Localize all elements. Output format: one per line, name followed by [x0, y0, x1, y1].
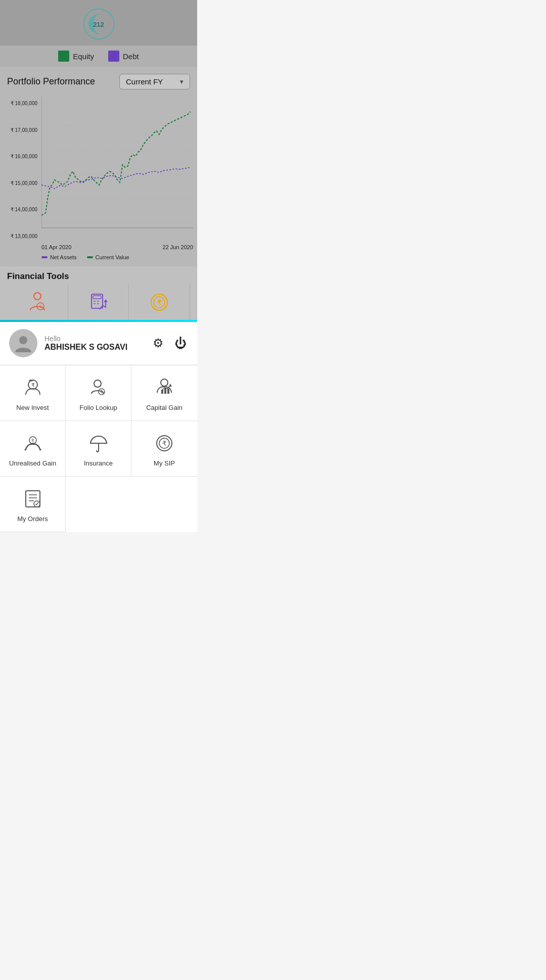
avatar — [9, 329, 37, 357]
svg-point-27 — [94, 380, 101, 387]
svg-text:₹: ₹ — [157, 299, 162, 306]
portfolio-chart: ₹ 18,00,000 ₹ 17,00,000 ₹ 16,00,000 ₹ 15… — [0, 97, 197, 266]
power-button[interactable]: ⏻ — [174, 335, 188, 351]
user-bar: Hello ABHISHEK S GOSAVI ⚙ ⏻ — [0, 322, 197, 365]
menu-item-my-sip[interactable]: ₹ My SIP — [131, 421, 197, 477]
menu-item-unrealised-gain[interactable]: ₹ Unrealised Gain — [0, 421, 66, 477]
insurance-icon — [87, 432, 110, 454]
debt-legend-color — [108, 51, 119, 62]
current-value-dot — [87, 256, 93, 258]
fy-selector[interactable]: Current FY ▾ — [119, 74, 190, 89]
svg-point-30 — [161, 379, 168, 386]
svg-marker-34 — [169, 384, 172, 387]
menu-item-new-invest-label: New Invest — [16, 404, 49, 411]
debt-legend-item: Debt — [108, 51, 139, 62]
new-invest-icon: ₹ — [22, 377, 44, 399]
svg-rect-41 — [26, 491, 40, 507]
financial-tools-preview: ₹ ₹ — [7, 285, 190, 320]
sip-icon: ₹ — [153, 432, 175, 454]
settings-button[interactable]: ⚙ — [152, 335, 165, 351]
capital-gain-icon — [153, 377, 175, 399]
folio-lookup-icon: ₹ — [87, 377, 110, 399]
user-name: ABHISHEK S GOSAVI — [44, 343, 145, 352]
portfolio-title: Portfolio Performance — [7, 76, 95, 87]
tool-preview-1: ₹ — [7, 285, 68, 320]
bottom-section: Hello ABHISHEK S GOSAVI ⚙ ⏻ ₹ New Invest — [0, 322, 197, 532]
svg-rect-33 — [167, 389, 169, 394]
net-assets-legend-label: Net Assets — [50, 254, 77, 260]
hello-label: Hello — [44, 335, 145, 343]
user-info: Hello ABHISHEK S GOSAVI — [44, 335, 145, 352]
y-label-6: ₹ 13,00,000 — [3, 234, 39, 239]
menu-item-capital-gain-label: Capital Gain — [146, 404, 183, 411]
current-value-legend-label: Current Value — [96, 254, 129, 260]
menu-item-unrealised-label: Unrealised Gain — [9, 459, 56, 467]
net-assets-legend: Net Assets — [41, 254, 77, 260]
y-label-1: ₹ 18,00,000 — [3, 101, 39, 106]
y-label-2: ₹ 17,00,000 — [3, 127, 39, 133]
equity-legend-color — [58, 51, 69, 62]
equity-legend-item: Equity — [58, 51, 94, 62]
svg-rect-14 — [93, 296, 101, 299]
unrealised-gain-icon: ₹ — [22, 432, 44, 454]
svg-point-23 — [19, 336, 27, 344]
x-label-start: 01 Apr 2020 — [41, 244, 71, 250]
svg-text:₹: ₹ — [162, 440, 166, 447]
menu-item-insurance[interactable]: Insurance — [66, 421, 131, 477]
chart-legend: Net Assets Current Value — [41, 252, 193, 264]
orders-icon — [22, 488, 44, 510]
chart-x-labels: 01 Apr 2020 22 Jun 2020 — [41, 243, 193, 252]
equity-legend-label: Equity — [73, 52, 94, 61]
menu-item-capital-gain[interactable]: Capital Gain — [131, 365, 197, 421]
y-label-3: ₹ 16,00,000 — [3, 154, 39, 159]
app-header: 212 — [0, 0, 197, 45]
menu-item-insurance-label: Insurance — [84, 459, 113, 467]
menu-item-folio-lookup[interactable]: ₹ Folio Lookup — [66, 365, 131, 421]
financial-tools-title: Financial Tools — [7, 271, 190, 282]
x-label-end: 22 Jun 2020 — [162, 244, 193, 250]
user-actions: ⚙ ⏻ — [152, 335, 188, 351]
menu-item-orders-label: My Orders — [17, 515, 48, 523]
debt-legend-label: Debt — [123, 52, 139, 61]
y-label-4: ₹ 15,00,000 — [3, 180, 39, 186]
svg-text:₹: ₹ — [31, 382, 34, 388]
financial-tools-section: Financial Tools ₹ — [0, 266, 197, 320]
portfolio-header: Portfolio Performance Current FY ▾ — [7, 74, 190, 89]
menu-item-new-invest[interactable]: ₹ New Invest — [0, 365, 66, 421]
fy-selector-label: Current FY — [126, 77, 163, 86]
svg-marker-19 — [104, 299, 108, 302]
menu-item-my-orders[interactable]: My Orders — [0, 477, 66, 532]
menu-item-folio-label: Folio Lookup — [79, 404, 117, 411]
chevron-down-icon: ▾ — [180, 78, 184, 85]
menu-grid-last-row: My Orders — [0, 477, 197, 532]
svg-text:₹: ₹ — [39, 305, 41, 309]
menu-item-sip-label: My SIP — [154, 459, 175, 467]
net-assets-dot — [41, 256, 48, 258]
tool-preview-3: ₹ — [129, 285, 190, 320]
svg-text:₹: ₹ — [100, 390, 103, 395]
tool-preview-icon-3: ₹ — [148, 291, 170, 313]
y-label-5: ₹ 14,00,000 — [3, 207, 39, 212]
tool-preview-2 — [68, 285, 129, 320]
svg-text:212: 212 — [93, 21, 104, 28]
tool-preview-icon-2 — [87, 291, 110, 313]
svg-point-10 — [34, 293, 41, 300]
tool-preview-icon-1: ₹ — [26, 291, 49, 313]
chart-legend-bar: Equity Debt — [0, 45, 197, 67]
current-value-legend: Current Value — [87, 254, 129, 260]
portfolio-section: Portfolio Performance Current FY ▾ — [0, 67, 197, 97]
svg-text:₹: ₹ — [31, 438, 34, 443]
menu-grid: ₹ New Invest ₹ Folio Lookup — [0, 365, 197, 477]
app-logo: 212 — [81, 6, 116, 41]
